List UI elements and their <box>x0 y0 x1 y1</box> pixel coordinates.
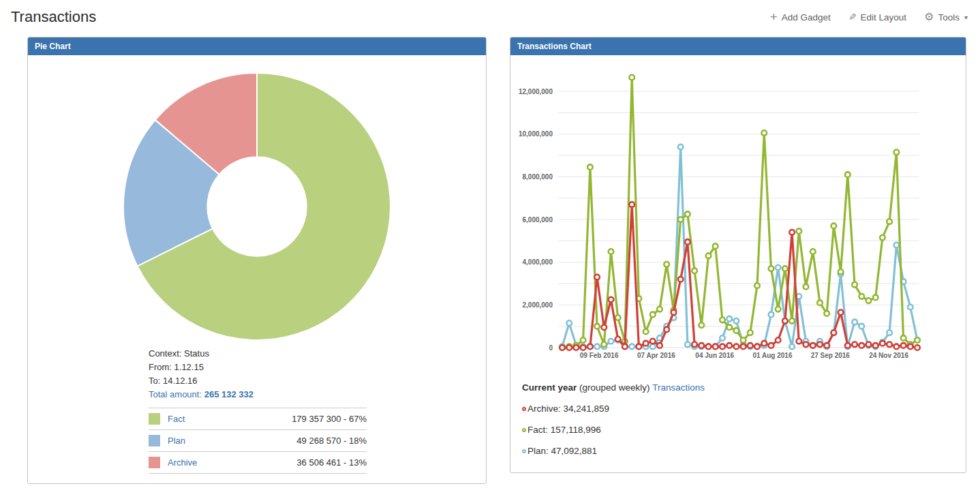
fact-data-point[interactable] <box>782 266 788 271</box>
fact-data-point[interactable] <box>838 269 844 275</box>
fact-data-point[interactable] <box>880 235 885 241</box>
fact-data-point[interactable] <box>776 307 781 312</box>
fact-data-point[interactable] <box>789 318 795 324</box>
archive-data-point[interactable] <box>622 344 628 350</box>
fact-data-point[interactable] <box>602 342 607 348</box>
archive-data-point[interactable] <box>859 343 865 348</box>
fact-data-point[interactable] <box>706 254 711 259</box>
fact-data-point[interactable] <box>734 328 739 333</box>
fact-data-point[interactable] <box>629 75 634 80</box>
fact-data-point[interactable] <box>581 337 586 343</box>
fact-data-point[interactable] <box>762 130 767 136</box>
fact-data-point[interactable] <box>894 150 900 155</box>
archive-data-point[interactable] <box>908 344 913 350</box>
archive-data-point[interactable] <box>734 344 739 350</box>
plan-legend-link[interactable]: Plan <box>168 436 185 446</box>
archive-data-point[interactable] <box>657 343 662 348</box>
archive-data-point[interactable] <box>741 344 746 350</box>
plan-data-point[interactable] <box>887 330 892 335</box>
archive-data-point[interactable] <box>762 341 767 346</box>
archive-data-point[interactable] <box>602 324 607 330</box>
archive-data-point[interactable] <box>887 342 892 348</box>
archive-data-point[interactable] <box>609 297 614 303</box>
archive-data-point[interactable] <box>894 344 900 350</box>
fact-data-point[interactable] <box>615 315 621 320</box>
transactions-link[interactable]: Transactions <box>652 382 705 393</box>
archive-data-point[interactable] <box>566 345 572 350</box>
fact-data-point[interactable] <box>866 298 872 303</box>
pie-donut-chart[interactable] <box>121 71 393 342</box>
plan-data-point[interactable] <box>594 344 600 350</box>
archive-data-point[interactable] <box>748 343 753 348</box>
fact-data-point[interactable] <box>754 283 760 288</box>
fact-legend-link[interactable]: Fact <box>168 414 185 424</box>
add-gadget-button[interactable]: + Add Gadget <box>770 12 831 23</box>
plan-data-point[interactable] <box>720 335 725 341</box>
fact-data-point[interactable] <box>852 282 857 288</box>
plan-data-point[interactable] <box>859 324 865 329</box>
archive-data-point[interactable] <box>866 342 872 348</box>
transactions-chart-gadget-header[interactable]: Transactions Chart <box>510 37 966 55</box>
plan-data-point[interactable] <box>908 305 913 310</box>
tools-dropdown-button[interactable]: ⚙ Tools ▾ <box>924 12 968 22</box>
archive-data-point[interactable] <box>615 337 621 342</box>
archive-data-point[interactable] <box>713 344 718 350</box>
fact-data-point[interactable] <box>769 266 774 271</box>
fact-data-point[interactable] <box>803 284 809 290</box>
fact-data-point[interactable] <box>726 324 732 330</box>
archive-data-point[interactable] <box>915 345 920 350</box>
fact-data-point[interactable] <box>692 268 697 273</box>
fact-data-point[interactable] <box>741 337 746 343</box>
archive-data-point[interactable] <box>581 345 586 350</box>
plan-data-point[interactable] <box>609 339 614 344</box>
plan-data-point[interactable] <box>650 344 656 350</box>
edit-layout-button[interactable]: ✎ Edit Layout <box>848 12 906 22</box>
fact-data-point[interactable] <box>650 312 656 318</box>
archive-data-point[interactable] <box>831 330 837 335</box>
plan-data-point[interactable] <box>734 318 739 324</box>
fact-data-point[interactable] <box>817 300 823 305</box>
archive-data-point[interactable] <box>692 342 697 348</box>
fact-data-point[interactable] <box>678 217 684 222</box>
fact-data-point[interactable] <box>859 294 865 299</box>
archive-data-point[interactable] <box>810 343 816 348</box>
archive-legend-link[interactable]: Archive <box>168 457 197 468</box>
fact-data-point[interactable] <box>748 330 753 335</box>
fact-data-point[interactable] <box>664 262 669 267</box>
fact-data-point[interactable] <box>915 337 920 343</box>
plan-data-point[interactable] <box>852 320 857 325</box>
archive-data-point[interactable] <box>629 202 634 207</box>
plan-data-point[interactable] <box>685 342 690 348</box>
archive-data-point[interactable] <box>706 344 711 350</box>
archive-data-point[interactable] <box>824 343 829 348</box>
plan-data-point[interactable] <box>566 320 572 326</box>
fact-data-point[interactable] <box>824 311 829 316</box>
archive-data-point[interactable] <box>782 318 788 324</box>
archive-data-point[interactable] <box>671 310 677 316</box>
archive-data-point[interactable] <box>664 327 669 333</box>
plan-data-point[interactable] <box>769 312 774 318</box>
pie-chart-gadget-header[interactable]: Pie Chart <box>28 37 486 55</box>
archive-data-point[interactable] <box>720 344 725 350</box>
fact-data-point[interactable] <box>657 307 662 312</box>
plan-data-point[interactable] <box>629 344 634 350</box>
archive-data-point[interactable] <box>560 345 565 350</box>
archive-data-point[interactable] <box>789 230 795 235</box>
archive-data-point[interactable] <box>678 277 684 282</box>
archive-data-point[interactable] <box>594 275 600 280</box>
archive-data-point[interactable] <box>769 343 774 348</box>
archive-data-point[interactable] <box>754 344 760 350</box>
archive-data-point[interactable] <box>817 342 823 348</box>
fact-data-point[interactable] <box>699 322 705 328</box>
archive-data-point[interactable] <box>685 239 690 245</box>
archive-data-point[interactable] <box>901 343 906 348</box>
archive-data-point[interactable] <box>650 339 656 344</box>
plan-data-point[interactable] <box>678 145 684 150</box>
archive-data-point[interactable] <box>838 310 844 316</box>
fact-data-point[interactable] <box>831 224 837 229</box>
archive-data-point[interactable] <box>637 344 642 350</box>
fact-data-point[interactable] <box>594 324 600 329</box>
fact-data-point[interactable] <box>901 335 906 341</box>
fact-data-point[interactable] <box>845 172 851 177</box>
archive-data-point[interactable] <box>803 342 809 348</box>
